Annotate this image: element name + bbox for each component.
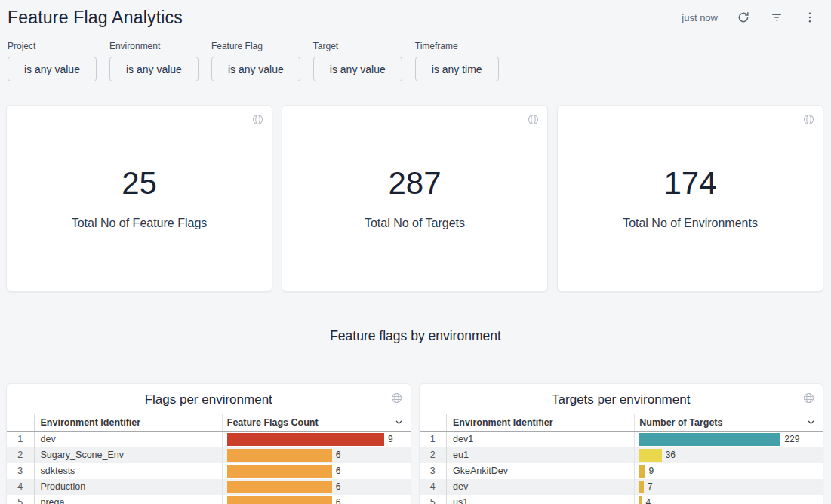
tile-targets-per-environment: Targets per environmentEnvironment Ident… bbox=[419, 383, 824, 504]
bar-value-label: 229 bbox=[784, 434, 799, 444]
data-bar bbox=[639, 433, 780, 446]
value-cell[interactable]: 229 bbox=[635, 432, 823, 447]
index-column-header bbox=[420, 414, 447, 432]
globe-icon bbox=[802, 392, 815, 404]
filter-label: Timeframe bbox=[415, 41, 499, 51]
table-row: 3GkeAnkitDev9 bbox=[420, 463, 823, 479]
data-bar bbox=[639, 465, 645, 478]
kpi-label: Total No of Environments bbox=[623, 217, 758, 230]
refresh-button[interactable] bbox=[736, 10, 751, 25]
kpi-value: 174 bbox=[663, 167, 716, 199]
data-bar bbox=[227, 433, 384, 446]
table-row: 2eu136 bbox=[420, 447, 823, 463]
data-bar bbox=[227, 465, 332, 478]
kpi-value: 287 bbox=[388, 167, 441, 199]
filter-label: Target bbox=[313, 41, 402, 51]
environment-cell[interactable]: Production bbox=[34, 479, 222, 495]
filter-target: Targetis any value bbox=[313, 41, 402, 81]
bar-value-label: 6 bbox=[336, 497, 341, 504]
kpi-card-total-no-of-targets: 287Total No of Targets bbox=[282, 105, 548, 292]
bar-value-label: 36 bbox=[666, 450, 676, 460]
environment-cell[interactable]: eu1 bbox=[447, 447, 635, 463]
row-index: 5 bbox=[7, 495, 34, 504]
section-title: Feature flags by environment bbox=[0, 328, 831, 344]
row-index: 3 bbox=[420, 463, 447, 479]
index-column-header bbox=[7, 414, 34, 432]
chevron-down-icon[interactable] bbox=[393, 416, 405, 428]
row-index: 5 bbox=[420, 495, 447, 504]
data-bar bbox=[639, 449, 661, 462]
bar-value-label: 4 bbox=[646, 497, 651, 504]
value-cell[interactable]: 4 bbox=[635, 495, 823, 504]
filter-value-button[interactable]: is any value bbox=[211, 57, 300, 81]
row-index: 4 bbox=[7, 479, 34, 495]
page-title: Feature Flag Analytics bbox=[8, 8, 183, 28]
filter-label: Feature Flag bbox=[211, 41, 300, 51]
data-table: Environment IdentifierNumber of Targets1… bbox=[420, 414, 823, 504]
bar-value-label: 6 bbox=[336, 481, 341, 492]
value-cell[interactable]: 6 bbox=[222, 495, 410, 504]
table-row: 1dev1229 bbox=[420, 432, 823, 447]
filter-timeframe: Timeframeis any time bbox=[415, 41, 499, 81]
filter-project: Projectis any value bbox=[8, 41, 97, 81]
kpi-card-total-no-of-feature-flags: 25Total No of Feature Flags bbox=[6, 105, 272, 292]
environment-cell[interactable]: Sugary_Scone_Env bbox=[34, 447, 222, 463]
data-bar bbox=[639, 496, 642, 504]
environment-cell[interactable]: dev bbox=[34, 432, 222, 447]
globe-icon bbox=[251, 113, 264, 126]
environment-cell[interactable]: prega bbox=[34, 495, 222, 504]
filter-value-button[interactable]: is any value bbox=[109, 57, 199, 81]
table-row: 1dev9 bbox=[7, 432, 411, 447]
filters-toggle-button[interactable] bbox=[769, 10, 784, 25]
filter-value-button[interactable]: is any time bbox=[415, 57, 499, 81]
column-header-environment[interactable]: Environment Identifier bbox=[34, 414, 222, 432]
table-title: Targets per environment bbox=[420, 384, 823, 414]
filter-label: Project bbox=[8, 41, 97, 51]
environment-cell[interactable]: dev1 bbox=[447, 432, 635, 447]
bar-value-label: 6 bbox=[336, 466, 341, 476]
environment-cell[interactable]: sdktests bbox=[34, 463, 222, 479]
environment-cell[interactable]: dev bbox=[447, 479, 635, 495]
value-cell[interactable]: 9 bbox=[222, 432, 410, 447]
row-index: 2 bbox=[7, 447, 34, 463]
row-index: 2 bbox=[420, 447, 447, 463]
tile-flags-per-environment: Flags per environmentEnvironment Identif… bbox=[6, 383, 411, 504]
table-row: 4Production6 bbox=[7, 479, 411, 495]
value-cell[interactable]: 7 bbox=[635, 479, 823, 495]
filter-value-button[interactable]: is any value bbox=[8, 57, 97, 81]
column-header-label: Feature Flags Count bbox=[227, 417, 319, 428]
data-bar bbox=[227, 449, 332, 462]
row-index: 1 bbox=[7, 432, 34, 447]
column-header-value[interactable]: Feature Flags Count bbox=[222, 414, 410, 432]
bar-value-label: 9 bbox=[649, 466, 654, 476]
value-cell[interactable]: 6 bbox=[222, 463, 410, 479]
column-header-environment[interactable]: Environment Identifier bbox=[447, 414, 635, 432]
filter-icon bbox=[770, 11, 783, 24]
kpi-value: 25 bbox=[122, 167, 157, 199]
bar-value-label: 6 bbox=[336, 450, 341, 460]
column-header-label: Number of Targets bbox=[639, 417, 722, 428]
dashboard-header: Feature Flag Analytics just now bbox=[0, 0, 831, 29]
data-bar bbox=[639, 481, 644, 493]
last-refreshed-label: just now bbox=[682, 12, 718, 23]
environment-cell[interactable]: us1 bbox=[447, 495, 635, 504]
filter-value-button[interactable]: is any value bbox=[313, 57, 402, 81]
table-row: 3sdktests6 bbox=[7, 463, 411, 479]
value-cell[interactable]: 6 bbox=[222, 479, 410, 495]
value-cell[interactable]: 6 bbox=[222, 447, 410, 463]
data-bar bbox=[227, 496, 332, 504]
refresh-icon bbox=[737, 11, 750, 24]
more-options-button[interactable] bbox=[802, 10, 817, 25]
value-cell[interactable]: 36 bbox=[635, 447, 823, 463]
header-controls: just now bbox=[682, 10, 817, 25]
globe-icon bbox=[390, 392, 403, 404]
chevron-down-icon[interactable] bbox=[805, 416, 817, 428]
table-row: 2Sugary_Scone_Env6 bbox=[7, 447, 411, 463]
environment-cell[interactable]: GkeAnkitDev bbox=[447, 463, 635, 479]
kpi-row: 25Total No of Feature Flags287Total No o… bbox=[6, 105, 823, 292]
table-title: Flags per environment bbox=[7, 384, 411, 414]
data-bar bbox=[227, 481, 332, 493]
column-header-value[interactable]: Number of Targets bbox=[635, 414, 823, 432]
value-cell[interactable]: 9 bbox=[635, 463, 823, 479]
table-row: 4dev7 bbox=[420, 479, 823, 495]
